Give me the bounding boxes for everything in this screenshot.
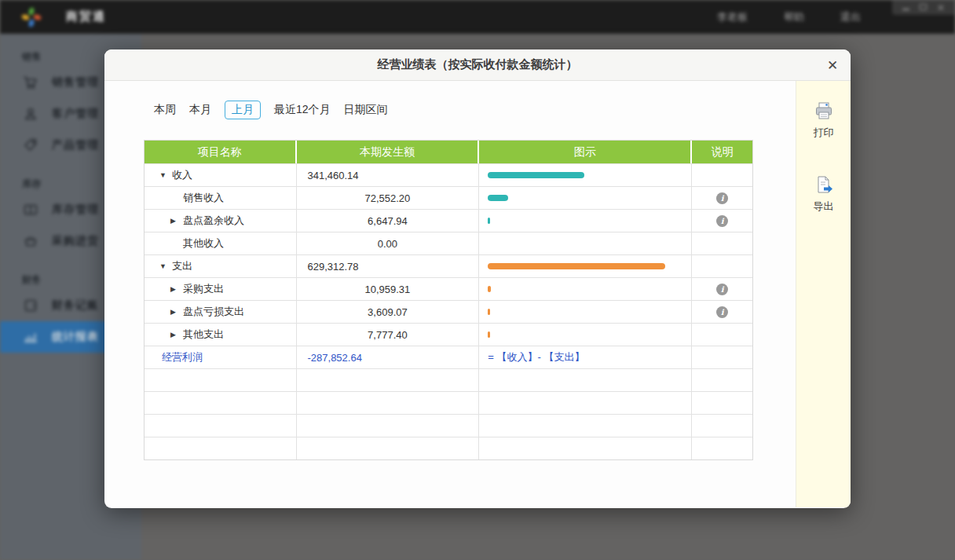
sidebar-item-label: 客户管理 xyxy=(52,107,99,121)
item-amount: 629,312.78 xyxy=(297,254,480,277)
value-bar xyxy=(488,263,665,269)
column-header: 本期发生额 xyxy=(297,141,480,163)
logout-menu[interactable]: 退出 xyxy=(840,10,861,24)
item-amount: -287,852.64 xyxy=(297,346,480,368)
table-row: 其他收入0.00 xyxy=(145,232,752,254)
info-icon[interactable]: i xyxy=(716,192,728,204)
printer-icon xyxy=(814,101,834,121)
period-tab[interactable]: 最近12个月 xyxy=(274,101,331,119)
table-row: ▶其他支出7,777.40 xyxy=(145,323,752,346)
period-tab[interactable]: 上月 xyxy=(225,101,261,119)
empty-table-row xyxy=(145,437,752,459)
maximize-icon[interactable] xyxy=(920,4,927,12)
top-bar: 商贸通 李老板 帮助 退出 ✕ xyxy=(0,0,955,34)
expand-triangle-icon[interactable]: ▶ xyxy=(170,217,179,225)
empty-table-row xyxy=(145,391,752,414)
table-row: ▼收入341,460.14 xyxy=(145,163,752,186)
item-amount: 7,777.40 xyxy=(297,323,480,346)
info-icon[interactable]: i xyxy=(716,306,728,318)
column-header: 图示 xyxy=(479,141,692,163)
value-bar xyxy=(488,172,584,178)
value-bar xyxy=(488,195,508,201)
table-row: ▶采购支出10,959.31i xyxy=(145,277,752,300)
item-name: 采购支出 xyxy=(183,282,224,296)
item-name: 支出 xyxy=(172,259,192,273)
app-title: 商贸通 xyxy=(66,9,106,24)
value-bar xyxy=(488,331,490,338)
inventory-icon xyxy=(22,201,39,218)
profit-formula: = 【收入】- 【支出】 xyxy=(479,351,584,363)
period-tab[interactable]: 本周 xyxy=(154,101,176,119)
empty-table-row xyxy=(145,368,752,391)
period-tabs: 本周本月上月最近12个月日期区间 xyxy=(154,101,796,119)
sidebar-item-label: 采购进货 xyxy=(52,234,99,248)
period-tab[interactable]: 日期区间 xyxy=(344,101,388,119)
basket-icon xyxy=(22,232,39,250)
table-row: 销售收入72,552.20i xyxy=(145,186,752,209)
sidebar-item-label: 统计报表 xyxy=(52,330,99,344)
dialog-title: 经营业绩表（按实际收付款金额统计） xyxy=(378,57,578,72)
period-tab[interactable]: 本月 xyxy=(189,101,211,119)
info-icon[interactable]: i xyxy=(716,284,728,295)
person-icon xyxy=(22,105,39,123)
bar-chart-icon xyxy=(22,328,39,346)
value-bar xyxy=(488,218,490,224)
action-rail: 打印导出 xyxy=(796,81,851,507)
print-button[interactable]: 打印 xyxy=(814,101,834,140)
close-icon[interactable]: ✕ xyxy=(937,3,945,13)
table-row: ▶盘点盈余收入6,647.94i xyxy=(145,209,752,232)
report-dialog: 经营业绩表（按实际收付款金额统计） ✕ 本周本月上月最近12个月日期区间 项目名… xyxy=(104,49,851,508)
app-logo-icon xyxy=(20,6,42,28)
user-menu[interactable]: 李老板 xyxy=(717,10,748,24)
item-amount: 3,609.07 xyxy=(297,300,480,323)
table-row: 经营利润-287,852.64= 【收入】- 【支出】 xyxy=(145,346,752,368)
item-name: 盘点盈余收入 xyxy=(183,214,244,228)
cart-icon xyxy=(22,74,39,91)
tag-icon xyxy=(22,137,39,154)
item-name: 其他收入 xyxy=(183,236,224,251)
item-name: 盘点亏损支出 xyxy=(183,305,244,319)
ledger-icon xyxy=(22,297,39,314)
dialog-titlebar: 经营业绩表（按实际收付款金额统计） ✕ xyxy=(104,49,851,81)
top-menu: 李老板 帮助 退出 xyxy=(717,0,861,34)
action-label: 打印 xyxy=(814,126,834,140)
item-amount: 10,959.31 xyxy=(297,277,480,300)
minimize-icon[interactable] xyxy=(902,4,909,12)
expand-triangle-icon[interactable]: ▶ xyxy=(170,285,179,293)
empty-table-row xyxy=(145,414,752,437)
table-row: ▶盘点亏损支出3,609.07i xyxy=(145,300,752,323)
value-bar xyxy=(488,286,491,292)
item-name: 经营利润 xyxy=(162,350,203,364)
item-name: 其他支出 xyxy=(183,328,224,342)
collapse-triangle-icon[interactable]: ▼ xyxy=(159,171,168,179)
item-amount: 341,460.14 xyxy=(297,163,480,186)
sidebar-item-label: 产品管理 xyxy=(52,138,99,152)
dialog-close-icon[interactable]: ✕ xyxy=(822,56,843,76)
sidebar-item-label: 财务记账 xyxy=(52,298,99,313)
value-bar xyxy=(488,309,490,315)
info-icon[interactable]: i xyxy=(716,215,728,227)
item-amount: 72,552.20 xyxy=(297,186,480,209)
dialog-main: 本周本月上月最近12个月日期区间 项目名称本期发生额图示说明▼收入341,460… xyxy=(104,81,796,507)
column-header: 说明 xyxy=(692,141,752,163)
export-icon xyxy=(814,174,834,195)
window-controls: ✕ xyxy=(892,0,955,15)
app-window: 商贸通 李老板 帮助 退出 ✕ 销售销售管理客户管理产品管理库存库存管理采购进货… xyxy=(0,0,955,560)
column-header: 项目名称 xyxy=(145,141,297,163)
collapse-triangle-icon[interactable]: ▼ xyxy=(159,262,168,270)
dialog-body: 本周本月上月最近12个月日期区间 项目名称本期发生额图示说明▼收入341,460… xyxy=(104,81,851,507)
expand-triangle-icon[interactable]: ▶ xyxy=(170,331,179,339)
item-name: 销售收入 xyxy=(183,191,224,205)
item-amount: 6,647.94 xyxy=(297,209,480,232)
item-name: 收入 xyxy=(172,168,192,182)
help-menu[interactable]: 帮助 xyxy=(784,10,804,24)
action-label: 导出 xyxy=(814,199,834,214)
report-table: 项目名称本期发生额图示说明▼收入341,460.14销售收入72,552.20i… xyxy=(144,140,753,460)
item-amount: 0.00 xyxy=(297,232,480,254)
table-row: ▼支出629,312.78 xyxy=(145,254,752,277)
export-button[interactable]: 导出 xyxy=(814,174,834,214)
sidebar-item-label: 销售管理 xyxy=(52,75,99,90)
expand-triangle-icon[interactable]: ▶ xyxy=(170,308,179,316)
sidebar-item-label: 库存管理 xyxy=(52,203,99,217)
